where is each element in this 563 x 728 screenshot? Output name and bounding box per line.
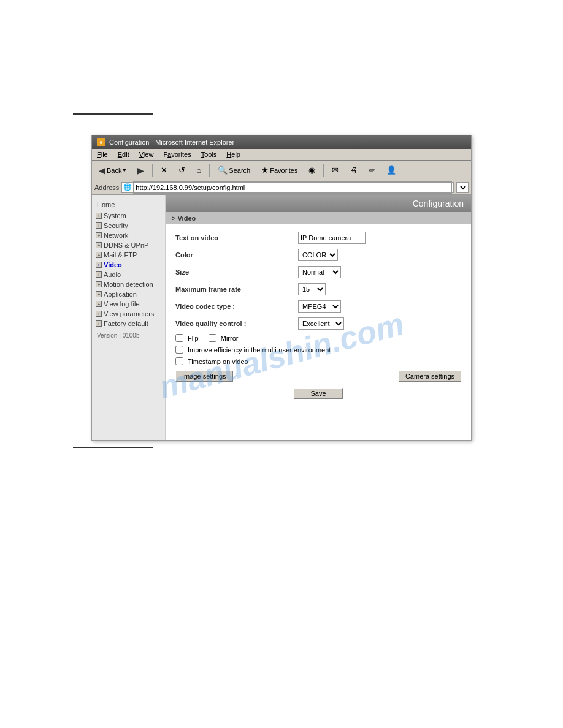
back-button[interactable]: ◀ Back ▾ (94, 164, 131, 177)
stop-button[interactable]: ✕ (156, 164, 172, 176)
menu-tools[interactable]: Tools (199, 150, 220, 159)
max-frame-rate-select[interactable]: 1 5 10 15 20 25 30 (298, 283, 326, 295)
timestamp-row: Timestamp on video (175, 355, 461, 367)
sidebar-item-motion[interactable]: + Motion detection (92, 279, 165, 289)
improve-efficiency-text: Improve efficiency in the multi-user env… (188, 346, 331, 354)
home-label: Home (97, 201, 115, 208)
expand-viewlog-icon: + (96, 301, 102, 307)
system-label: System (104, 212, 126, 219)
image-settings-button[interactable]: Image settings (175, 371, 233, 382)
section-header: > Video (166, 212, 471, 224)
sidebar-item-ddns[interactable]: + DDNS & UPnP (92, 240, 165, 250)
video-quality-select[interactable]: Excellent Good Standard Low (298, 317, 344, 330)
expand-network-icon: + (96, 232, 102, 238)
browser-window: e Configuration - Microsoft Internet Exp… (91, 135, 472, 441)
search-button[interactable]: 🔍 Search (213, 164, 255, 176)
forward-arrow-icon: ▶ (137, 165, 144, 175)
media-button[interactable]: ◉ (304, 164, 320, 176)
sidebar-item-home[interactable]: Home (92, 200, 165, 210)
section-body: Text on video Color COLOR B&W (166, 224, 471, 409)
flip-mirror-row: Flip Mirror (175, 332, 461, 344)
address-label: Address (94, 184, 119, 191)
toolbar: ◀ Back ▾ ▶ ✕ ↺ ⌂ 🔍 Search ★ (92, 161, 471, 180)
size-select[interactable]: Normal Half Quarter (298, 266, 341, 278)
address-input-wrapper[interactable]: 🌐 (121, 182, 454, 193)
text-on-video-row: Text on video (175, 229, 461, 246)
sidebar-item-factory[interactable]: + Factory default (92, 319, 165, 328)
discuss-button[interactable]: 👤 (382, 164, 400, 176)
window-title: Configuration - Microsoft Internet Explo… (109, 138, 466, 146)
address-dropdown[interactable]: ▾ (456, 182, 469, 193)
improve-efficiency-row: Improve efficiency in the multi-user env… (175, 344, 461, 355)
menu-favorites[interactable]: Favorites (161, 150, 193, 159)
flip-checkbox[interactable] (175, 334, 183, 342)
viewparams-label: View parameters (104, 310, 154, 317)
search-icon: 🔍 (218, 165, 228, 175)
refresh-button[interactable]: ↺ (174, 164, 190, 176)
browser-icon: e (97, 138, 105, 146)
save-button[interactable]: Save (294, 388, 343, 399)
home-button[interactable]: ⌂ (192, 164, 205, 176)
text-on-video-input[interactable] (298, 232, 366, 244)
sidebar-item-application[interactable]: + Application (92, 289, 165, 299)
menu-view[interactable]: View (137, 150, 156, 159)
favorites-button[interactable]: ★ Favorites (257, 164, 302, 176)
size-row: Size Normal Half Quarter (175, 264, 461, 281)
content-area: Home + System + Security + Network + DDN… (92, 195, 471, 440)
menu-file[interactable]: File (94, 150, 110, 159)
mirror-checkbox[interactable] (209, 334, 216, 342)
expand-ddns-icon: + (96, 242, 102, 248)
menu-bar: File Edit View Favorites Tools Help (92, 149, 471, 161)
edit-button[interactable]: ✏ (364, 164, 380, 176)
video-codec-row: Video codec type : MPEG4 MJPEG (175, 298, 461, 315)
application-label: Application (104, 290, 137, 298)
improve-efficiency-label[interactable]: Improve efficiency in the multi-user env… (175, 346, 331, 354)
mailftp-label: Mail & FTP (104, 251, 137, 259)
menu-edit[interactable]: Edit (115, 150, 132, 159)
sidebar-item-security[interactable]: + Security (92, 221, 165, 230)
print-button[interactable]: 🖨 (345, 164, 362, 176)
max-frame-rate-control: 1 5 10 15 20 25 30 (298, 283, 326, 295)
color-row: Color COLOR B&W (175, 246, 461, 264)
sidebar-item-video[interactable]: + Video (92, 260, 165, 270)
mirror-text: Mirror (221, 335, 239, 342)
sidebar-item-network[interactable]: + Network (92, 230, 165, 240)
expand-motion-icon: + (96, 281, 102, 287)
back-dropdown-icon: ▾ (123, 166, 126, 174)
color-select[interactable]: COLOR B&W (298, 249, 338, 261)
mirror-checkbox-label[interactable]: Mirror (209, 334, 239, 342)
toolbar-sep-1 (152, 164, 153, 177)
expand-video-icon: + (96, 262, 102, 268)
timestamp-checkbox[interactable] (175, 357, 183, 365)
motion-label: Motion detection (104, 281, 153, 288)
address-input[interactable] (133, 181, 452, 194)
improve-efficiency-checkbox[interactable] (175, 346, 183, 354)
factory-label: Factory default (104, 320, 148, 327)
version-text: Version : 0100b (92, 328, 165, 343)
sidebar-item-system[interactable]: + System (92, 211, 165, 221)
sidebar-item-mailftp[interactable]: + Mail & FTP (92, 250, 165, 260)
video-codec-select[interactable]: MPEG4 MJPEG (298, 300, 341, 313)
expand-mailftp-icon: + (96, 252, 102, 258)
network-label: Network (104, 232, 128, 239)
menu-help[interactable]: Help (224, 150, 243, 159)
bottom-decorative-line (73, 447, 153, 448)
expand-audio-icon: + (96, 271, 102, 278)
toolbar-sep-3 (323, 164, 324, 177)
mail-button[interactable]: ✉ (327, 164, 343, 176)
edit-icon: ✏ (369, 165, 375, 175)
sidebar-item-viewparams[interactable]: + View parameters (92, 309, 165, 319)
text-on-video-label: Text on video (175, 234, 298, 241)
video-quality-row: Video quality control : Excellent Good S… (175, 315, 461, 332)
address-bar: Address 🌐 ▾ (92, 180, 471, 195)
viewlog-label: View log file (104, 300, 140, 308)
sidebar-item-viewlog[interactable]: + View log file (92, 299, 165, 309)
forward-button[interactable]: ▶ (133, 164, 148, 177)
camera-settings-button[interactable]: Camera settings (399, 371, 461, 382)
config-header: Configuration (166, 195, 471, 212)
sidebar-item-audio[interactable]: + Audio (92, 270, 165, 279)
main-content: Configuration > Video Text on video Colo… (166, 195, 471, 440)
mail-icon: ✉ (332, 165, 339, 175)
timestamp-label[interactable]: Timestamp on video (175, 357, 248, 365)
flip-checkbox-label[interactable]: Flip (175, 334, 199, 342)
